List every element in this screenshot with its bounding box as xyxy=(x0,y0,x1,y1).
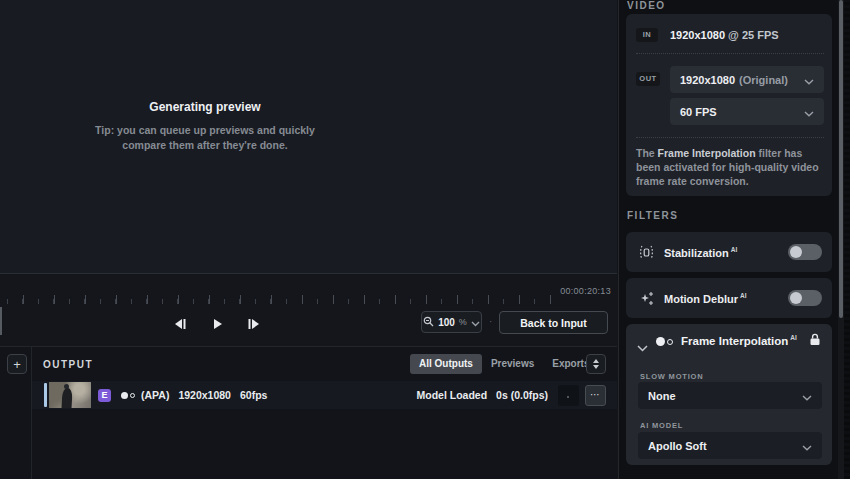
stabilization-icon xyxy=(638,244,655,261)
step-back-icon xyxy=(173,318,187,333)
timeline-ruler[interactable]: 00:00:20:13 xyxy=(0,275,617,305)
output-framerate-value: 60 FPS xyxy=(680,106,717,118)
input-resolution: 1920x1080 xyxy=(670,29,725,41)
in-badge: IN xyxy=(636,28,658,42)
add-output-button[interactable]: + xyxy=(7,354,27,374)
filled-circle-icon xyxy=(656,337,665,346)
info-pre: The xyxy=(636,147,658,159)
preview-message: Generating preview Tip: you can queue up… xyxy=(75,100,335,153)
lock-icon[interactable] xyxy=(809,332,821,350)
info-filter-name: Frame Interpolation xyxy=(658,147,756,159)
scrollbar-thumb[interactable] xyxy=(839,0,843,318)
arrow-up-icon xyxy=(593,359,599,363)
output-resolution-dropdown[interactable]: 1920x1080 (Original) xyxy=(670,66,824,93)
frame-interpolation-filter-icon xyxy=(656,337,673,346)
motion-deblur-toggle[interactable] xyxy=(788,290,822,306)
output-row[interactable]: E (APA) 1920x1080 60fps Model Loaded 0s … xyxy=(32,381,617,409)
filter-card-stabilization[interactable]: StabilizationAI xyxy=(626,232,832,272)
transport-controls xyxy=(168,314,266,336)
ai-model-value: Apollo Soft xyxy=(648,440,707,452)
play-button[interactable] xyxy=(205,314,229,336)
out-badge: OUT xyxy=(636,72,660,86)
ai-superscript: AI xyxy=(731,246,738,253)
preview-title: Generating preview xyxy=(75,100,335,114)
row-more-button[interactable]: ⋯ xyxy=(585,385,606,406)
slow-motion-value: None xyxy=(648,390,676,402)
step-back-button[interactable] xyxy=(168,314,192,336)
arrow-down-icon xyxy=(593,365,599,369)
status-text: Model Loaded xyxy=(416,389,487,401)
motion-deblur-row: Motion DeblurAI xyxy=(626,278,832,318)
filter-info-message: The Frame Interpolation filter has been … xyxy=(636,146,822,189)
settings-sidebar: VIDEO IN 1920x1080 @ 25 FPS OUT 1920x108… xyxy=(618,0,838,479)
ai-superscript: AI xyxy=(740,292,747,299)
filters-section-header: FILTERS xyxy=(627,210,678,221)
motion-deblur-icon xyxy=(638,290,655,307)
output-resolution-suffix: (Original) xyxy=(739,74,788,86)
step-forward-icon xyxy=(247,318,261,333)
video-section-header: VIDEO xyxy=(627,0,666,11)
output-name: (APA) xyxy=(141,389,169,401)
back-to-input-button[interactable]: Back to Input xyxy=(499,311,608,334)
tab-previews[interactable]: Previews xyxy=(482,354,543,374)
chevron-down-icon xyxy=(471,313,480,331)
export-badge: E xyxy=(98,389,111,402)
selection-indicator xyxy=(44,383,47,407)
collapse-chevron-icon[interactable] xyxy=(637,338,648,356)
magnifier-icon xyxy=(423,313,434,331)
ai-model-dropdown[interactable]: Apollo Soft xyxy=(638,432,822,459)
input-video-info: 1920x1080 @ 25 FPS xyxy=(670,28,779,42)
outline-circle-icon xyxy=(130,393,135,398)
slow-motion-dropdown[interactable]: None xyxy=(638,382,822,409)
input-framerate: @ 25 FPS xyxy=(725,29,779,41)
frame-interpolation-label: Frame InterpolationAI xyxy=(681,334,797,347)
separator-dot: · xyxy=(489,316,492,327)
zoom-level-dropdown[interactable]: 100 % xyxy=(421,311,482,333)
chevron-down-icon xyxy=(804,71,814,89)
preview-pane: Generating preview Tip: you can queue up… xyxy=(0,0,617,274)
output-row-status: Model Loaded 0s (0.0fps) ⋯ xyxy=(416,385,617,406)
chevron-down-icon xyxy=(802,387,812,405)
chevron-down-icon xyxy=(804,103,814,121)
tab-all-outputs[interactable]: All Outputs xyxy=(410,354,482,374)
output-resolution-value: 1920x1080 xyxy=(680,74,735,86)
output-fps: 60fps xyxy=(240,389,267,401)
filter-card-motion-deblur[interactable]: Motion DeblurAI xyxy=(626,278,832,318)
dotted-divider xyxy=(636,53,824,54)
filled-circle-icon xyxy=(121,392,128,399)
timecode-label: 00:00:20:13 xyxy=(560,286,611,296)
step-forward-button[interactable] xyxy=(242,314,266,336)
play-icon xyxy=(212,318,223,333)
status-stats: 0s (0.0fps) xyxy=(496,389,548,401)
panel-divider xyxy=(31,347,32,479)
frame-interpolation-filter-icon xyxy=(121,392,135,399)
dotted-divider xyxy=(636,137,824,138)
ai-model-label: AI MODEL xyxy=(640,421,683,430)
zoom-value: 100 xyxy=(438,317,455,328)
filter-card-frame-interpolation: Frame InterpolationAI SLOW MOTION None A… xyxy=(626,324,832,465)
output-panel: + OUTPUT All Outputs Previews Exports · … xyxy=(0,347,617,479)
playhead[interactable] xyxy=(0,307,2,335)
window-edge xyxy=(844,0,850,479)
video-ai-app: Generating preview Tip: you can queue up… xyxy=(0,0,850,479)
output-panel-title: OUTPUT xyxy=(43,359,93,370)
expand-collapse-button[interactable] xyxy=(586,354,606,374)
stabilization-toggle[interactable] xyxy=(788,244,822,260)
output-thumbnail xyxy=(49,382,91,408)
preview-tip: Tip: you can queue up previews and quick… xyxy=(75,123,335,153)
chevron-down-icon xyxy=(802,437,812,455)
output-resolution: 1920x1080 xyxy=(178,389,231,401)
row-status-button[interactable] xyxy=(558,385,579,406)
ruler-ticks-major xyxy=(23,295,555,304)
zoom-unit: % xyxy=(459,317,467,327)
ai-superscript: AI xyxy=(790,334,797,341)
output-framerate-dropdown[interactable]: 60 FPS xyxy=(670,98,824,125)
slow-motion-label: SLOW MOTION xyxy=(640,372,703,381)
stabilization-row: StabilizationAI xyxy=(626,232,832,272)
outline-circle-icon xyxy=(667,339,673,345)
stabilization-label: StabilizationAI xyxy=(664,246,737,259)
output-tabs: All Outputs Previews Exports xyxy=(410,354,599,374)
video-settings-card: IN 1920x1080 @ 25 FPS OUT 1920x1080 (Ori… xyxy=(626,14,832,196)
separator-dot: · xyxy=(577,360,580,371)
motion-deblur-label: Motion DeblurAI xyxy=(664,292,746,305)
